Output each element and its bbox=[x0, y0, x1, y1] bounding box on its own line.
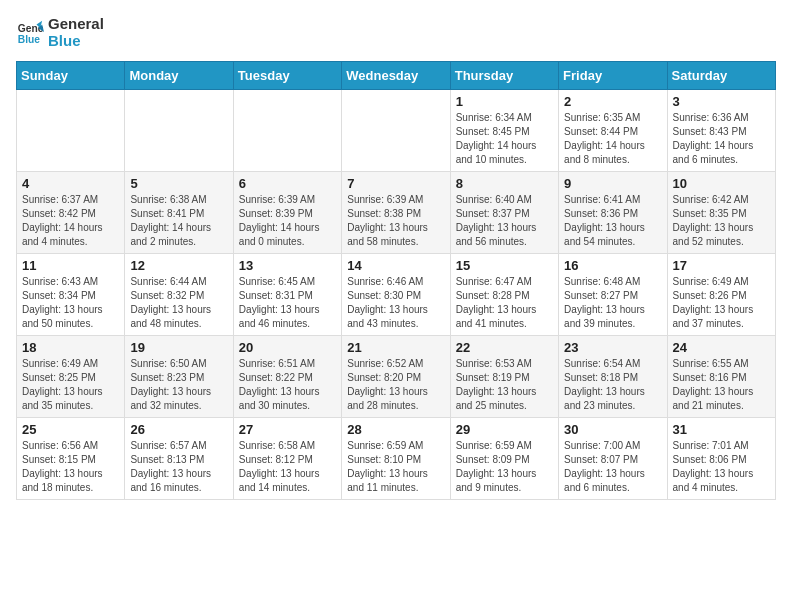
day-number: 20 bbox=[239, 340, 336, 355]
header-wednesday: Wednesday bbox=[342, 62, 450, 90]
day-info: Sunrise: 6:36 AM Sunset: 8:43 PM Dayligh… bbox=[673, 111, 770, 167]
logo-text-line1: General bbox=[48, 16, 104, 33]
calendar-cell: 9Sunrise: 6:41 AM Sunset: 8:36 PM Daylig… bbox=[559, 172, 667, 254]
calendar-cell: 29Sunrise: 6:59 AM Sunset: 8:09 PM Dayli… bbox=[450, 418, 558, 500]
calendar-cell: 15Sunrise: 6:47 AM Sunset: 8:28 PM Dayli… bbox=[450, 254, 558, 336]
day-info: Sunrise: 6:55 AM Sunset: 8:16 PM Dayligh… bbox=[673, 357, 770, 413]
calendar-cell: 18Sunrise: 6:49 AM Sunset: 8:25 PM Dayli… bbox=[17, 336, 125, 418]
day-number: 31 bbox=[673, 422, 770, 437]
day-number: 8 bbox=[456, 176, 553, 191]
day-number: 21 bbox=[347, 340, 444, 355]
calendar-cell: 22Sunrise: 6:53 AM Sunset: 8:19 PM Dayli… bbox=[450, 336, 558, 418]
day-number: 16 bbox=[564, 258, 661, 273]
calendar-cell: 7Sunrise: 6:39 AM Sunset: 8:38 PM Daylig… bbox=[342, 172, 450, 254]
logo-icon: General Blue bbox=[16, 19, 44, 47]
day-info: Sunrise: 6:40 AM Sunset: 8:37 PM Dayligh… bbox=[456, 193, 553, 249]
day-number: 27 bbox=[239, 422, 336, 437]
day-info: Sunrise: 6:43 AM Sunset: 8:34 PM Dayligh… bbox=[22, 275, 119, 331]
day-number: 2 bbox=[564, 94, 661, 109]
day-number: 30 bbox=[564, 422, 661, 437]
header-monday: Monday bbox=[125, 62, 233, 90]
day-info: Sunrise: 7:01 AM Sunset: 8:06 PM Dayligh… bbox=[673, 439, 770, 495]
day-number: 9 bbox=[564, 176, 661, 191]
day-number: 14 bbox=[347, 258, 444, 273]
day-number: 19 bbox=[130, 340, 227, 355]
calendar-cell: 21Sunrise: 6:52 AM Sunset: 8:20 PM Dayli… bbox=[342, 336, 450, 418]
day-number: 26 bbox=[130, 422, 227, 437]
day-info: Sunrise: 6:47 AM Sunset: 8:28 PM Dayligh… bbox=[456, 275, 553, 331]
page-header: General Blue General Blue bbox=[16, 16, 776, 49]
day-info: Sunrise: 6:46 AM Sunset: 8:30 PM Dayligh… bbox=[347, 275, 444, 331]
day-info: Sunrise: 6:50 AM Sunset: 8:23 PM Dayligh… bbox=[130, 357, 227, 413]
week-row-1: 1Sunrise: 6:34 AM Sunset: 8:45 PM Daylig… bbox=[17, 90, 776, 172]
day-info: Sunrise: 6:34 AM Sunset: 8:45 PM Dayligh… bbox=[456, 111, 553, 167]
calendar-cell: 28Sunrise: 6:59 AM Sunset: 8:10 PM Dayli… bbox=[342, 418, 450, 500]
calendar-cell: 17Sunrise: 6:49 AM Sunset: 8:26 PM Dayli… bbox=[667, 254, 775, 336]
day-number: 15 bbox=[456, 258, 553, 273]
calendar-cell bbox=[342, 90, 450, 172]
calendar-cell: 20Sunrise: 6:51 AM Sunset: 8:22 PM Dayli… bbox=[233, 336, 341, 418]
header-thursday: Thursday bbox=[450, 62, 558, 90]
calendar-cell: 13Sunrise: 6:45 AM Sunset: 8:31 PM Dayli… bbox=[233, 254, 341, 336]
day-info: Sunrise: 6:54 AM Sunset: 8:18 PM Dayligh… bbox=[564, 357, 661, 413]
header-friday: Friday bbox=[559, 62, 667, 90]
day-info: Sunrise: 6:56 AM Sunset: 8:15 PM Dayligh… bbox=[22, 439, 119, 495]
calendar-cell: 4Sunrise: 6:37 AM Sunset: 8:42 PM Daylig… bbox=[17, 172, 125, 254]
day-info: Sunrise: 7:00 AM Sunset: 8:07 PM Dayligh… bbox=[564, 439, 661, 495]
day-number: 12 bbox=[130, 258, 227, 273]
week-row-4: 18Sunrise: 6:49 AM Sunset: 8:25 PM Dayli… bbox=[17, 336, 776, 418]
day-info: Sunrise: 6:52 AM Sunset: 8:20 PM Dayligh… bbox=[347, 357, 444, 413]
header-saturday: Saturday bbox=[667, 62, 775, 90]
svg-text:Blue: Blue bbox=[18, 34, 41, 45]
day-info: Sunrise: 6:44 AM Sunset: 8:32 PM Dayligh… bbox=[130, 275, 227, 331]
day-info: Sunrise: 6:37 AM Sunset: 8:42 PM Dayligh… bbox=[22, 193, 119, 249]
calendar-cell: 23Sunrise: 6:54 AM Sunset: 8:18 PM Dayli… bbox=[559, 336, 667, 418]
day-info: Sunrise: 6:42 AM Sunset: 8:35 PM Dayligh… bbox=[673, 193, 770, 249]
calendar-cell: 8Sunrise: 6:40 AM Sunset: 8:37 PM Daylig… bbox=[450, 172, 558, 254]
day-number: 29 bbox=[456, 422, 553, 437]
day-number: 6 bbox=[239, 176, 336, 191]
calendar-cell: 11Sunrise: 6:43 AM Sunset: 8:34 PM Dayli… bbox=[17, 254, 125, 336]
calendar-cell: 6Sunrise: 6:39 AM Sunset: 8:39 PM Daylig… bbox=[233, 172, 341, 254]
day-number: 5 bbox=[130, 176, 227, 191]
week-row-5: 25Sunrise: 6:56 AM Sunset: 8:15 PM Dayli… bbox=[17, 418, 776, 500]
logo-text-line2: Blue bbox=[48, 33, 104, 50]
day-number: 3 bbox=[673, 94, 770, 109]
calendar-cell: 31Sunrise: 7:01 AM Sunset: 8:06 PM Dayli… bbox=[667, 418, 775, 500]
calendar-cell: 2Sunrise: 6:35 AM Sunset: 8:44 PM Daylig… bbox=[559, 90, 667, 172]
calendar-cell: 5Sunrise: 6:38 AM Sunset: 8:41 PM Daylig… bbox=[125, 172, 233, 254]
day-number: 1 bbox=[456, 94, 553, 109]
calendar-header-row: SundayMondayTuesdayWednesdayThursdayFrid… bbox=[17, 62, 776, 90]
calendar-cell: 3Sunrise: 6:36 AM Sunset: 8:43 PM Daylig… bbox=[667, 90, 775, 172]
day-info: Sunrise: 6:41 AM Sunset: 8:36 PM Dayligh… bbox=[564, 193, 661, 249]
day-number: 17 bbox=[673, 258, 770, 273]
day-number: 25 bbox=[22, 422, 119, 437]
calendar-cell: 12Sunrise: 6:44 AM Sunset: 8:32 PM Dayli… bbox=[125, 254, 233, 336]
day-info: Sunrise: 6:49 AM Sunset: 8:25 PM Dayligh… bbox=[22, 357, 119, 413]
day-number: 10 bbox=[673, 176, 770, 191]
day-info: Sunrise: 6:58 AM Sunset: 8:12 PM Dayligh… bbox=[239, 439, 336, 495]
day-number: 11 bbox=[22, 258, 119, 273]
calendar-cell: 14Sunrise: 6:46 AM Sunset: 8:30 PM Dayli… bbox=[342, 254, 450, 336]
day-info: Sunrise: 6:59 AM Sunset: 8:09 PM Dayligh… bbox=[456, 439, 553, 495]
calendar-table: SundayMondayTuesdayWednesdayThursdayFrid… bbox=[16, 61, 776, 500]
calendar-cell: 25Sunrise: 6:56 AM Sunset: 8:15 PM Dayli… bbox=[17, 418, 125, 500]
calendar-cell bbox=[17, 90, 125, 172]
day-info: Sunrise: 6:49 AM Sunset: 8:26 PM Dayligh… bbox=[673, 275, 770, 331]
calendar-cell: 1Sunrise: 6:34 AM Sunset: 8:45 PM Daylig… bbox=[450, 90, 558, 172]
week-row-3: 11Sunrise: 6:43 AM Sunset: 8:34 PM Dayli… bbox=[17, 254, 776, 336]
header-tuesday: Tuesday bbox=[233, 62, 341, 90]
day-info: Sunrise: 6:53 AM Sunset: 8:19 PM Dayligh… bbox=[456, 357, 553, 413]
calendar-cell: 27Sunrise: 6:58 AM Sunset: 8:12 PM Dayli… bbox=[233, 418, 341, 500]
day-info: Sunrise: 6:39 AM Sunset: 8:38 PM Dayligh… bbox=[347, 193, 444, 249]
day-info: Sunrise: 6:48 AM Sunset: 8:27 PM Dayligh… bbox=[564, 275, 661, 331]
week-row-2: 4Sunrise: 6:37 AM Sunset: 8:42 PM Daylig… bbox=[17, 172, 776, 254]
day-number: 13 bbox=[239, 258, 336, 273]
day-number: 28 bbox=[347, 422, 444, 437]
calendar-cell: 10Sunrise: 6:42 AM Sunset: 8:35 PM Dayli… bbox=[667, 172, 775, 254]
calendar-cell: 19Sunrise: 6:50 AM Sunset: 8:23 PM Dayli… bbox=[125, 336, 233, 418]
day-info: Sunrise: 6:59 AM Sunset: 8:10 PM Dayligh… bbox=[347, 439, 444, 495]
day-info: Sunrise: 6:35 AM Sunset: 8:44 PM Dayligh… bbox=[564, 111, 661, 167]
day-number: 24 bbox=[673, 340, 770, 355]
day-number: 7 bbox=[347, 176, 444, 191]
